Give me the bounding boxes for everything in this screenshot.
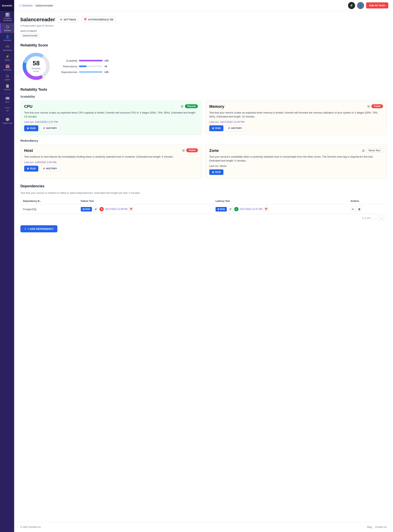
memory-last-run[interactable]: Last run: 10/17/2022 12:44 PM — [209, 120, 383, 123]
reliability-score-label: ReliabilityScore — [31, 67, 41, 73]
dep-latency-actions: ⊞ RUN ↺ ✓ 10/17/2022 12:37 PM 📅 — [216, 206, 346, 212]
sidebar: Gremlin 📊 Company Dashboard ⬡ Services 👤… — [0, 0, 14, 532]
blog-link[interactable]: Blog — [367, 526, 372, 528]
sidebar-item-gamedays[interactable]: 🎮 GameDays — [0, 43, 14, 53]
settings-icon: ⚙ — [60, 18, 63, 21]
company-dashboard-icon: 📊 — [5, 13, 10, 16]
scalability-label: Scalability — [60, 59, 77, 62]
sidebar-item-api[interactable]: </> API — [0, 105, 14, 113]
cpu-last-run[interactable]: Last run: 10/12/2022 3:27 PM — [24, 120, 198, 123]
user-icon-button[interactable]: 👤 — [357, 2, 364, 9]
trash-icon: 🗑 — [358, 208, 361, 211]
dep-name-value: PostgreSQL — [23, 208, 37, 211]
gamedays-icon: 🎮 — [5, 45, 10, 48]
sidebar-item-docs[interactable]: 📖 Docs — [0, 95, 14, 105]
memory-run-button[interactable]: ⊞ RUN — [209, 125, 223, 131]
run-icon: ⊞ — [83, 208, 84, 211]
breadcrumb-services-link[interactable]: ⬡ Services — [19, 4, 33, 7]
topbar: ⬡ Services / balancereader ⚡ 👤 Halt All … — [14, 0, 393, 11]
dep-edit-button[interactable]: ✏ — [350, 206, 355, 212]
support-icon: 💬 — [5, 118, 10, 121]
dep-failure-date[interactable]: 10/17/2022 12:39 PM — [105, 208, 128, 211]
halt-all-tests-button[interactable]: Halt All Tests — [366, 2, 388, 9]
dep-failure-run-button[interactable]: ⊞ RUN — [81, 207, 92, 211]
topbar-actions: ⚡ 👤 Halt All Tests — [348, 2, 388, 9]
host-config-icon[interactable]: ⊞ — [182, 149, 185, 152]
attacks-icon: ⚡ — [5, 55, 10, 58]
memory-test-card: Memory ⊞ Failed Test that your service s… — [206, 100, 387, 135]
memory-config-icon[interactable]: ⊞ — [367, 105, 370, 108]
zone-test-card: Zone ⊞ Never Run Test your service's ava… — [206, 145, 387, 179]
zone-config-icon[interactable]: ⊞ — [362, 149, 364, 152]
sidebar-item-support-app[interactable]: 💬 Support App — [0, 116, 14, 126]
dep-delete-button[interactable]: 🗑 — [357, 206, 362, 212]
docs-icon: 📖 — [5, 97, 10, 100]
host-history-button[interactable]: ↺ HISTORY — [40, 166, 60, 171]
redundancy-bar-row: Redundancy +8 — [60, 65, 110, 68]
scalability-section: Scalability CPU ⊞ Passed Test that your … — [20, 95, 387, 135]
dep-latency-run-button[interactable]: ⊞ RUN — [216, 207, 227, 211]
dep-failure-history-button[interactable]: ↺ — [93, 206, 98, 212]
redundancy-track — [79, 65, 103, 67]
settings-button[interactable]: ⚙ SETTINGS — [57, 17, 79, 22]
sidebar-item-company-dashboard[interactable]: 📊 Company Dashboard — [0, 11, 14, 23]
sidebar-item-label: Docs — [5, 101, 10, 103]
add-dependency-button[interactable]: ＋ + ADD DEPENDENCY — [20, 225, 57, 232]
dep-row-actions-cell: ✏ 🗑 — [348, 205, 387, 214]
host-run-button[interactable]: ⊞ RUN — [24, 166, 38, 171]
dep-latency-calendar-button[interactable]: 📅 — [264, 206, 269, 212]
dep-latency-history-button[interactable]: ↺ — [228, 206, 233, 212]
host-last-run[interactable]: Last run: 10/5/2022 2:04 PM — [24, 161, 198, 164]
zone-card-description: Test your service's availability when a … — [209, 155, 383, 162]
sidebar-item-label: Company Dashboard — [1, 17, 13, 22]
pagination: 1–1 of 1 ‹ › — [21, 214, 387, 222]
scalability-track — [79, 60, 103, 61]
redundancy-subsection-title: Redundancy — [20, 139, 387, 142]
dep-failure-calendar-button[interactable]: 📅 — [128, 206, 134, 212]
cpu-config-icon[interactable]: ⊞ — [181, 105, 183, 108]
zone-card-header: Zone ⊞ Never Run — [209, 148, 383, 153]
branch-icon: ⬡ — [19, 4, 21, 7]
run-icon: ⊞ — [27, 127, 29, 130]
donut-center: 58 ReliabilityScore — [31, 60, 41, 73]
prev-page-button[interactable]: ‹ — [372, 216, 378, 221]
cpu-run-button[interactable]: ⊞ RUN — [24, 125, 38, 131]
calendar-icon: 📅 — [265, 208, 268, 211]
breadcrumb-current: balancereader — [36, 4, 54, 7]
sidebar-item-agents[interactable]: ⊡ Agents — [0, 72, 14, 82]
sidebar-item-reports[interactable]: 📋 Reports — [0, 82, 14, 92]
contact-link[interactable]: Contact Us — [375, 526, 387, 528]
scalability-bar-row: Scalability +25 — [60, 59, 110, 62]
cpu-history-button[interactable]: ↺ HISTORY — [40, 125, 60, 131]
breadcrumb: ⬡ Services / balancereader — [19, 4, 346, 7]
memory-card-badges: ⊞ Failed — [367, 104, 383, 108]
dep-latency-date[interactable]: 10/17/2022 12:37 PM — [240, 208, 262, 211]
sidebar-item-schedules[interactable]: 📅 Schedules — [0, 63, 14, 72]
cpu-card-badges: ⊞ Passed — [181, 104, 198, 108]
scalability-value: +25 — [104, 59, 110, 62]
memory-history-button[interactable]: ↺ HISTORY — [225, 125, 245, 131]
sidebar-divider-2 — [3, 115, 11, 115]
history-icon: ↺ — [228, 127, 230, 130]
deployment-section: DEPLOYMENT balancereader — [20, 30, 387, 38]
cpu-test-card: CPU ⊞ Passed Test that your service scal… — [20, 100, 201, 135]
cpu-card-actions: ⊞ RUN ↺ HISTORY — [24, 125, 198, 131]
services-icon: ⬡ — [6, 25, 9, 29]
host-test-card: Host ⊞ Failed Test resilience to host fa… — [20, 145, 201, 179]
lightning-icon-button[interactable]: ⚡ — [348, 2, 355, 9]
dependencies-value: +25 — [104, 71, 110, 74]
deployment-tag: balancereader — [20, 33, 40, 38]
reliability-donut: 58 ReliabilityScore — [20, 50, 52, 82]
zone-card-title: Zone — [209, 148, 219, 153]
next-page-button[interactable]: › — [379, 216, 384, 221]
page-subtitle: A Kubernetes type of Service. — [20, 24, 387, 27]
sidebar-item-label: Services — [4, 30, 11, 31]
reliability-score-value: 58 — [31, 60, 41, 66]
sidebar-item-attacks[interactable]: ⚡ Attacks — [0, 53, 14, 63]
sidebar-item-scenarios[interactable]: 👤 Scenarios — [0, 33, 14, 43]
col-latency-test: Latency Test — [213, 198, 348, 205]
autoschedule-button[interactable]: 📅 AUTOSCHEDULE ON — [81, 17, 116, 22]
zone-status-badge: Never Run — [366, 148, 383, 153]
zone-run-button[interactable]: ⊞ RUN — [209, 169, 223, 175]
sidebar-item-services[interactable]: ⬡ Services — [0, 23, 14, 33]
